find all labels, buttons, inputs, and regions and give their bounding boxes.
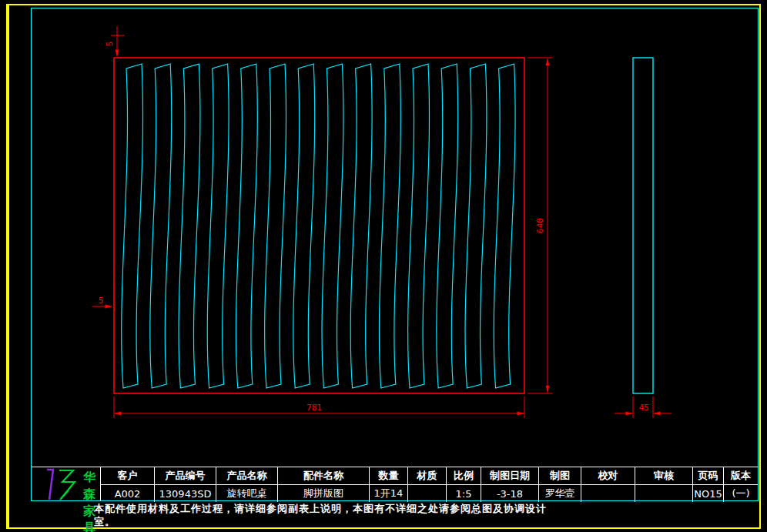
header-product-name: 产品名称 [216, 467, 278, 485]
header-material: 材质 [408, 467, 447, 485]
company-char: 华 [79, 469, 99, 486]
title-block: 客户 产品编号 产品名称 配件名称 数量 材质 比例 制图日期 制图 校对 审核… [32, 467, 759, 501]
company-char: 森 [79, 486, 99, 503]
value-customer: A002 [101, 485, 155, 502]
slat-outline [293, 64, 315, 388]
value-drawn-by: 罗华壹 [539, 485, 581, 502]
note-text: 本配件使用材料及工作过程，请详细参阅副表上说明，本图有不详细之处请参阅总图及协调… [94, 502, 547, 528]
value-review [635, 485, 693, 502]
dimension-labels: 781 640 45 5 5 [99, 42, 649, 413]
header-product-no: 产品编号 [155, 467, 216, 485]
company-logo-icon [38, 467, 81, 502]
header-draw-date: 制图日期 [481, 467, 539, 485]
slat-outline [207, 64, 229, 388]
header-scale: 比例 [447, 467, 481, 485]
header-review: 审核 [635, 467, 693, 485]
slat-outline [150, 64, 172, 388]
slat-outline [494, 64, 515, 388]
slat-outline [408, 64, 430, 388]
slat-outline [465, 64, 487, 388]
slat-outline [179, 64, 200, 388]
dim-offset-top-label: 5 [105, 42, 115, 47]
value-material [408, 485, 447, 502]
title-block-grid: 客户 产品编号 产品名称 配件名称 数量 材质 比例 制图日期 制图 校对 审核… [101, 467, 758, 501]
header-version: 版本 [724, 467, 758, 485]
slat-outline [322, 64, 343, 388]
cad-sheet: 781 640 45 5 5 客户 产品编号 产品名称 配件名称 数量 材质 比… [0, 0, 767, 532]
header-page: 页码 [693, 467, 724, 485]
header-part-name: 配件名称 [278, 467, 370, 485]
dim-height-label: 640 [535, 218, 545, 233]
value-page: NO15 [693, 485, 724, 502]
header-proofread: 校对 [581, 467, 635, 485]
drawing-canvas[interactable]: 781 640 45 5 5 [0, 0, 767, 532]
header-quantity: 数量 [370, 467, 408, 485]
panel-outline [114, 58, 524, 393]
dim-panel-width-label: 45 [638, 403, 648, 413]
value-version: (一) [724, 485, 758, 502]
slat-outline [350, 64, 372, 388]
slat-outline [265, 64, 286, 388]
slat-outline [236, 64, 257, 388]
header-drawn-by: 制图 [539, 467, 581, 485]
note-line-2: 室。 [94, 515, 547, 528]
value-quantity: 1开14 [370, 485, 408, 502]
value-product-no: 130943SD [155, 485, 216, 502]
slat-outline [379, 64, 400, 388]
dim-width-label: 781 [306, 403, 322, 413]
value-proofread [581, 485, 635, 502]
header-customer: 客户 [101, 467, 155, 485]
slat-outline [122, 64, 143, 388]
value-product-name: 旋转吧桌 [216, 485, 278, 502]
note-line-1: 本配件使用材料及工作过程，请详细参阅副表上说明，本图有不详细之处请参阅总图及协调… [94, 502, 547, 515]
side-panel-outline [633, 58, 653, 393]
value-part-name: 脚拼版图 [278, 485, 370, 502]
slat-outline [437, 64, 458, 388]
value-scale: 1:5 [447, 485, 481, 502]
value-draw-date: -3-18 [481, 485, 539, 502]
slat-group [122, 64, 515, 388]
dim-offset-left-label: 5 [99, 296, 104, 306]
